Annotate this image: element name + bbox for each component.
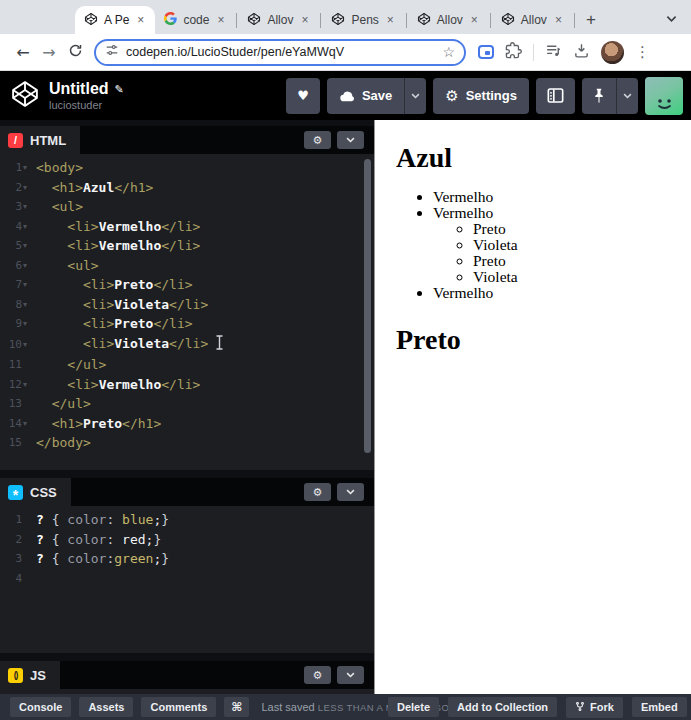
codepen-favicon-icon	[501, 12, 515, 29]
preview-list-item: Preto	[473, 221, 679, 237]
back-icon[interactable]: ←	[10, 43, 36, 62]
code-line: 7▾ <li>Preto</li>	[0, 275, 374, 295]
forward-icon[interactable]: →	[36, 43, 62, 62]
line-number: 1▾	[0, 158, 36, 178]
codepen-header: Untitled ✎ luciostuder ♥ Save ⚙ Settings	[0, 71, 691, 120]
browser-tab[interactable]: code×	[155, 6, 235, 34]
tab-close-icon[interactable]: ×	[469, 14, 480, 26]
settings-button[interactable]: ⚙ Settings	[433, 78, 529, 114]
code-line: 13 </ul>	[0, 394, 374, 414]
code-line: 1? { color: blue;}	[0, 510, 374, 530]
url-text[interactable]: codepen.io/LucioStuder/pen/eYaMWqV	[126, 45, 435, 59]
cloud-icon	[339, 90, 355, 102]
fold-caret-icon[interactable]: ▾	[23, 295, 31, 315]
css-collapse-chevron-icon[interactable]	[337, 483, 364, 501]
save-dropdown-chevron[interactable]	[404, 78, 426, 114]
code-text: <li>Preto</li>	[36, 314, 193, 334]
refresh-icon[interactable]	[62, 43, 88, 62]
browser-tab[interactable]: Allov×	[408, 6, 489, 34]
fold-caret-icon[interactable]: ▾	[23, 275, 31, 295]
pushpin-icon	[593, 88, 605, 103]
downloads-icon[interactable]	[573, 42, 590, 63]
tab-close-icon[interactable]: ×	[135, 14, 146, 26]
js-panel-tab[interactable]: () JS	[0, 661, 60, 689]
header-actions: ♥ Save ⚙ Settings	[286, 77, 683, 115]
fork-button[interactable]: Fork	[566, 697, 623, 718]
add-to-collection-button[interactable]: Add to Collection	[448, 697, 557, 717]
edit-pencil-icon[interactable]: ✎	[115, 83, 124, 96]
html-collapse-chevron-icon[interactable]	[337, 131, 364, 149]
browser-menu-icon[interactable]: ⋮	[635, 43, 650, 61]
site-settings-icon[interactable]	[105, 43, 119, 61]
browser-tab[interactable]: A Pe×	[75, 6, 155, 34]
tab-close-icon[interactable]: ×	[385, 14, 396, 26]
code-line: 3▾ <ul>	[0, 197, 374, 217]
pin-dropdown-chevron[interactable]	[616, 78, 638, 114]
tab-close-icon[interactable]: ×	[553, 14, 564, 26]
tab-close-icon[interactable]: ×	[215, 14, 226, 26]
js-panel-label: JS	[30, 668, 46, 683]
tabstrip-chevron-icon[interactable]	[666, 9, 677, 27]
fold-caret-icon[interactable]: ▾	[23, 217, 31, 237]
html-panel-tab[interactable]: / HTML	[0, 126, 80, 154]
fold-caret-icon[interactable]: ▾	[23, 335, 31, 355]
bookmark-star-icon[interactable]: ☆	[442, 44, 455, 60]
fold-caret-icon[interactable]: ▾	[23, 178, 31, 198]
keyboard-shortcuts-button[interactable]: ⌘	[224, 697, 249, 717]
media-controls-icon[interactable]	[545, 42, 562, 63]
fold-caret-icon[interactable]: ▾	[23, 256, 31, 276]
browser-tab[interactable]: Pens×	[322, 6, 404, 34]
codepen-logo-icon[interactable]	[10, 79, 40, 113]
browser-window: A Pe×code×Allov×Pens×Allov×Allov×+ ← → c…	[0, 0, 691, 720]
css-settings-gear-icon[interactable]: ⚙	[304, 483, 331, 501]
new-tab-button[interactable]: +	[576, 10, 606, 34]
line-number: 4▾	[0, 217, 36, 237]
fold-caret-icon[interactable]: ▾	[23, 197, 31, 217]
code-line: 14▾ <h1>Preto</h1>	[0, 414, 374, 434]
preview-heading-azul: Azul	[396, 142, 679, 174]
pip-extension-icon[interactable]	[478, 45, 494, 59]
code-line: 2▾ <h1>Azul</h1>	[0, 178, 374, 198]
codepen-favicon-icon	[331, 12, 345, 29]
assets-button[interactable]: Assets	[79, 697, 133, 717]
save-button[interactable]: Save	[327, 78, 404, 114]
code-line: 9▾ <li>Preto</li>	[0, 314, 374, 334]
code-line: 3? { color:green;}	[0, 549, 374, 569]
like-heart-button[interactable]: ♥	[286, 78, 320, 114]
console-button[interactable]: Console	[10, 697, 71, 717]
tab-close-icon[interactable]: ×	[299, 14, 310, 26]
text-cursor-icon	[215, 335, 224, 356]
embed-button[interactable]: Embed	[632, 697, 687, 717]
editor-column: / HTML ⚙ 1▾<body>2▾ <h1>Azul</h1>3▾ <ul>…	[0, 120, 374, 694]
js-settings-gear-icon[interactable]: ⚙	[304, 666, 331, 684]
html-settings-gear-icon[interactable]: ⚙	[304, 131, 331, 149]
browser-profile-avatar[interactable]	[601, 41, 624, 64]
fold-caret-icon[interactable]: ▾	[23, 375, 31, 395]
fold-caret-icon[interactable]: ▾	[23, 314, 31, 334]
delete-button[interactable]: Delete	[388, 697, 439, 717]
code-line: 15</body>	[0, 433, 374, 453]
line-number: 1	[0, 510, 36, 530]
browser-tab[interactable]: Allov×	[492, 6, 573, 34]
fold-caret-icon[interactable]: ▾	[23, 236, 31, 256]
css-code-editor[interactable]: 1? { color: blue;}2? { color: red;}3? { …	[0, 506, 374, 653]
editor-scrollbar[interactable]	[364, 159, 371, 453]
browser-tab[interactable]: Allov×	[238, 6, 319, 34]
line-number: 3▾	[0, 197, 36, 217]
line-number: 9▾	[0, 314, 36, 334]
comments-button[interactable]: Comments	[141, 697, 216, 717]
fold-caret-icon[interactable]: ▾	[23, 158, 31, 178]
code-text: <ul>	[36, 197, 83, 217]
address-bar[interactable]: codepen.io/LucioStuder/pen/eYaMWqV ☆	[94, 39, 466, 66]
line-number: 15	[0, 433, 36, 453]
extensions-puzzle-icon[interactable]	[505, 42, 522, 63]
css-panel-tab[interactable]: * CSS	[0, 478, 71, 506]
pen-author[interactable]: luciostuder	[49, 99, 124, 111]
js-collapse-chevron-icon[interactable]	[337, 666, 364, 684]
html-code-editor[interactable]: 1▾<body>2▾ <h1>Azul</h1>3▾ <ul>4▾ <li>Ve…	[0, 154, 374, 470]
fold-caret-icon[interactable]: ▾	[23, 414, 31, 434]
user-avatar[interactable]	[645, 77, 683, 115]
layout-button[interactable]	[536, 78, 575, 114]
pin-button[interactable]	[582, 78, 616, 114]
tab-title: Pens	[351, 13, 378, 27]
